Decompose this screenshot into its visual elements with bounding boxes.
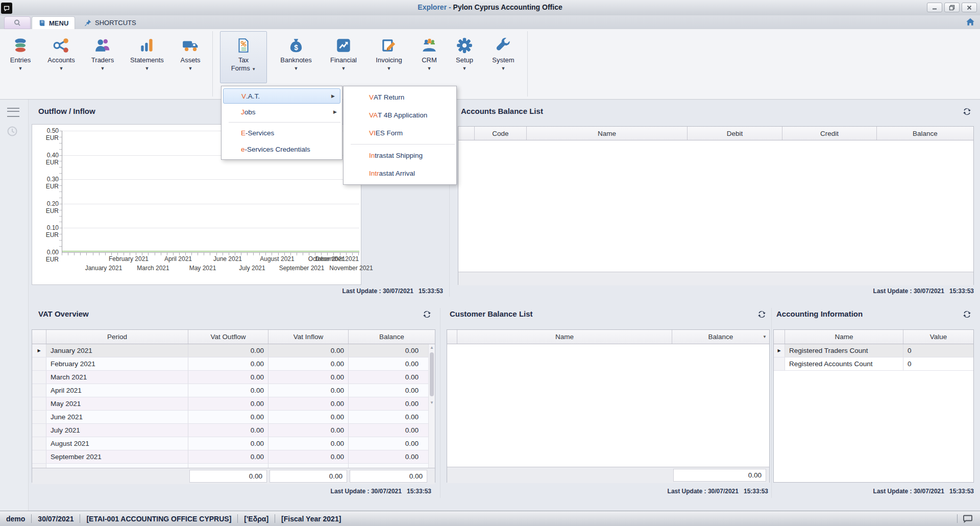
refresh-button[interactable] — [963, 310, 971, 319]
table-row[interactable]: October 2021 0.00 0.00 0.00 — [32, 464, 435, 468]
refresh-button[interactable] — [423, 310, 431, 319]
row-indicator-header[interactable] — [447, 330, 457, 344]
customer-balance-total: 0.00 — [673, 469, 766, 482]
x-axis-label: January 2021 — [85, 265, 122, 272]
vat-balance-total: 0.00 — [350, 470, 427, 483]
column-header-name[interactable]: Name — [457, 330, 672, 344]
column-header-name[interactable]: Name — [785, 330, 903, 344]
sort-arrow-icon[interactable]: ▼ — [763, 334, 767, 339]
history-clock-icon[interactable] — [6, 125, 18, 139]
edit-document-icon — [380, 35, 398, 56]
customer-last-update: Last Update : 30/07/2021 15:33:53 — [668, 488, 768, 495]
ribbon-banknotes[interactable]: $ Banknotes▼ — [274, 31, 318, 83]
message-bubble-icon[interactable] — [963, 514, 973, 523]
table-row[interactable]: September 2021 0.00 0.00 0.00 — [32, 450, 435, 464]
row-indicator-header[interactable] — [774, 330, 785, 344]
row-indicator — [32, 384, 46, 397]
ribbon-invoicing[interactable]: Invoicing▼ — [369, 31, 409, 83]
home-button[interactable] — [966, 17, 975, 29]
table-row[interactable]: July 2021 0.00 0.00 0.00 — [32, 424, 435, 437]
accounts-balance-table: Code Name Debit Credit Balance — [458, 126, 974, 285]
column-header-vat-inflow[interactable]: Vat Inflow — [268, 330, 349, 344]
menu-item-vat[interactable]: V.A.T. ▶ — [223, 88, 340, 104]
table-row[interactable]: Registered Accounts Count 0 — [774, 357, 973, 371]
menu-separator — [351, 144, 455, 145]
tab-shortcuts[interactable]: SHORTCUTS — [78, 16, 142, 29]
people-hand-icon — [421, 35, 438, 56]
chat-bubble-icon — [3, 5, 10, 12]
row-indicator — [32, 397, 46, 410]
ribbon-entries[interactable]: Entries▼ — [5, 31, 36, 83]
column-header-period[interactable]: Period — [46, 330, 188, 344]
ribbon-crm[interactable]: CRM▼ — [416, 31, 443, 83]
menu-item-e-services[interactable]: E-Services — [222, 125, 342, 141]
column-header-vat-outflow[interactable]: Vat Outflow — [188, 330, 268, 344]
ribbon-system[interactable]: System▼ — [486, 31, 520, 83]
refresh-button[interactable] — [963, 107, 971, 116]
ribbon-setup[interactable]: Setup▼ — [450, 31, 479, 83]
table-row[interactable]: ▶ January 2021 0.00 0.00 0.00 — [32, 344, 435, 357]
search-icon — [13, 19, 21, 27]
restore-button[interactable] — [944, 3, 960, 12]
table-row[interactable]: March 2021 0.00 0.00 0.00 — [32, 371, 435, 384]
vertical-scrollbar[interactable]: ▲ ▼ — [428, 344, 435, 468]
tab-menu[interactable]: MENU — [32, 16, 75, 29]
row-indicator — [32, 450, 46, 463]
refresh-icon — [963, 107, 971, 116]
hamburger-menu-icon[interactable] — [7, 108, 19, 117]
x-axis-label: August 2021 — [260, 255, 294, 262]
ribbon-toolbar: Entries▼ Accounts▼ Traders▼ Statements▼ … — [0, 29, 980, 100]
menu-item-intrastat-arrival[interactable]: Intrastat Arrival — [344, 164, 456, 182]
y-axis-tick: 0.20 EUR — [33, 200, 59, 214]
column-header-balance[interactable]: Balance — [877, 127, 973, 140]
table-row[interactable]: June 2021 0.00 0.00 0.00 — [32, 411, 435, 424]
minimize-button[interactable] — [927, 3, 942, 12]
splitter[interactable] — [771, 308, 772, 498]
explorer-window: Explorer - Pylon Cyprus Accounting Offic… — [0, 0, 980, 526]
table-row[interactable]: ▶ Registered Traders Count 0 — [774, 344, 973, 357]
column-header-value[interactable]: Value — [903, 330, 973, 344]
row-indicator-header[interactable] — [32, 330, 46, 344]
table-row[interactable]: August 2021 0.00 0.00 0.00 — [32, 437, 435, 450]
menu-item-vies-form[interactable]: VIES Form — [344, 124, 456, 142]
scroll-down-icon[interactable]: ▼ — [429, 400, 435, 405]
table-row[interactable]: May 2021 0.00 0.00 0.00 — [32, 397, 435, 411]
close-button[interactable] — [962, 3, 977, 12]
ribbon-assets[interactable]: Assets▼ — [176, 31, 205, 83]
dropdown-arrow-icon: ▼ — [387, 66, 391, 71]
ribbon-traders[interactable]: Traders▼ — [87, 31, 118, 83]
menu-item-e-services-credentials[interactable]: e-Services Credentials — [222, 141, 342, 157]
table-row[interactable]: April 2021 0.00 0.00 0.00 — [32, 384, 435, 397]
column-header-credit[interactable]: Credit — [782, 127, 877, 140]
tab-search[interactable] — [4, 16, 31, 29]
row-indicator-header[interactable] — [458, 127, 475, 140]
x-axis-label: February 2021 — [109, 255, 149, 262]
dropdown-arrow-icon: ▼ — [462, 66, 467, 71]
ribbon-financial[interactable]: Financial▼ — [325, 31, 362, 83]
table-row[interactable]: February 2021 0.00 0.00 0.00 — [32, 357, 435, 371]
scroll-up-icon[interactable]: ▲ — [429, 345, 435, 350]
wrench-icon — [495, 35, 512, 56]
row-indicator — [32, 437, 46, 450]
column-header-balance[interactable]: Balance — [349, 330, 435, 344]
refresh-button[interactable] — [757, 310, 766, 319]
ribbon-tax-forms[interactable]: Tax Forms ▼ — [220, 31, 267, 83]
accounts-table-header: Code Name Debit Credit Balance — [458, 127, 973, 140]
column-header-debit[interactable]: Debit — [688, 127, 782, 140]
column-header-name[interactable]: Name — [527, 127, 688, 140]
column-header-balance[interactable]: Balance▼ — [672, 330, 769, 344]
app-icon — [1, 3, 12, 14]
menu-item-jobs[interactable]: Jobs ▶ — [222, 104, 342, 120]
status-branch: ['Εδρα] — [238, 515, 275, 523]
column-header-code[interactable]: Code — [475, 127, 527, 140]
scrollbar-thumb[interactable] — [430, 352, 434, 396]
ribbon-accounts[interactable]: Accounts▼ — [43, 31, 80, 83]
truck-icon — [182, 35, 199, 56]
tab-shortcuts-label: SHORTCUTS — [95, 19, 136, 27]
menu-item-vat-4b-application[interactable]: VAT 4B Application — [344, 106, 456, 124]
x-axis-label: December 2021 — [315, 255, 359, 262]
menu-item-intrastat-shipping[interactable]: Intrastat Shipping — [344, 147, 456, 164]
ribbon-statements[interactable]: Statements▼ — [126, 31, 168, 83]
menu-item-vat-return[interactable]: VAT Return — [344, 88, 456, 106]
splitter[interactable] — [440, 308, 440, 498]
